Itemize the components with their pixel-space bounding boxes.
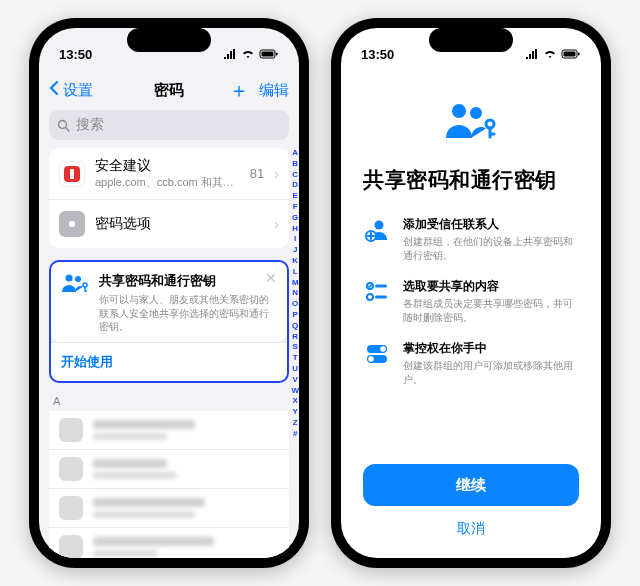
security-subtitle: apple.com、ccb.com 和其他3个 [95, 175, 240, 190]
battery-icon [259, 49, 279, 59]
feature-subtitle: 你可以与家人、朋友或其他关系密切的联系人安全地共享你选择的密码和通行密钥。 [99, 293, 277, 334]
add-person-icon [363, 216, 391, 244]
options-icon [59, 211, 85, 237]
checklist-icon [363, 278, 391, 306]
password-entry[interactable] [49, 528, 289, 559]
password-options-row[interactable]: 密码选项 › [49, 200, 289, 248]
search-icon [57, 119, 70, 132]
people-key-large-icon [444, 96, 498, 150]
bullet-sub: 创建群组，在他们的设备上共享密码和通行密钥。 [403, 235, 579, 262]
password-entry[interactable] [49, 489, 289, 528]
shared-passwords-feature: ✕ 共享密码和通行密钥 你可以与家人、朋友或其他关系密切的联系人安全地共享你选择… [49, 260, 289, 383]
wifi-icon [241, 49, 255, 59]
svg-point-20 [367, 294, 373, 300]
svg-rect-11 [564, 52, 576, 57]
signal-icon [223, 49, 237, 59]
cancel-button[interactable]: 取消 [363, 512, 579, 546]
status-time: 13:50 [361, 47, 394, 62]
svg-rect-1 [262, 52, 274, 57]
back-button[interactable]: 设置 [49, 81, 93, 100]
bullet-sub: 创建该群组的用户可添加或移除其他用户。 [403, 359, 579, 386]
options-title: 密码选项 [95, 215, 264, 233]
svg-point-9 [83, 283, 87, 287]
bullet-sub: 各群组成员决定要共享哪些密码，并可随时删除密码。 [403, 297, 579, 324]
password-entry[interactable] [49, 411, 289, 450]
bullet-control: 掌控权在你手中 创建该群组的用户可添加或移除其他用户。 [363, 340, 579, 386]
svg-point-3 [59, 120, 67, 128]
feature-title: 共享密码和通行密钥 [99, 272, 277, 290]
bullet-title: 选取要共享的内容 [403, 278, 579, 295]
sheet-title: 共享密码和通行密钥 [363, 166, 579, 194]
nav-bar: 设置 密码 ＋ 编辑 [39, 70, 299, 110]
search-input[interactable]: 搜索 [49, 110, 289, 140]
phone-left: 13:50 设置 密码 ＋ 编辑 搜索 [29, 18, 309, 568]
onboarding-sheet: 共享密码和通行密钥 添加受信任联系人 创建群组，在他们的设备上共享密码和通行密钥… [341, 70, 601, 558]
chevron-left-icon [49, 81, 59, 95]
security-app-icon [59, 161, 85, 187]
alpha-index[interactable]: ABCDEFGHIJKLMNOPQRSTUVWXYZ# [291, 148, 299, 440]
svg-point-25 [368, 356, 374, 362]
svg-point-8 [75, 276, 81, 282]
bullet-select-content: 选取要共享的内容 各群组成员决定要共享哪些密码，并可随时删除密码。 [363, 278, 579, 324]
wifi-icon [543, 49, 557, 59]
svg-point-23 [380, 346, 386, 352]
add-button[interactable]: ＋ [229, 77, 249, 104]
security-count: 81 [250, 166, 264, 181]
start-using-button[interactable]: 开始使用 [51, 342, 287, 381]
svg-rect-19 [375, 285, 387, 288]
toggles-icon [363, 340, 391, 368]
dynamic-island [127, 28, 211, 52]
dynamic-island [429, 28, 513, 52]
svg-rect-2 [276, 53, 278, 56]
close-button[interactable]: ✕ [265, 270, 277, 286]
edit-button[interactable]: 编辑 [259, 81, 289, 100]
chevron-right-icon: › [274, 166, 279, 182]
password-entry[interactable] [49, 450, 289, 489]
security-recommendations-row[interactable]: 安全建议 apple.com、ccb.com 和其他3个 81 › [49, 148, 289, 200]
bullet-add-contacts: 添加受信任联系人 创建群组，在他们的设备上共享密码和通行密钥。 [363, 216, 579, 262]
svg-point-6 [69, 221, 75, 227]
svg-point-13 [452, 104, 466, 118]
status-time: 13:50 [59, 47, 92, 62]
section-header-a: A [49, 393, 289, 411]
phone-right: 13:50 共享密码和通行密钥 添加受信任联系人 创建 [331, 18, 611, 568]
status-indicators [525, 49, 581, 59]
bullet-title: 掌控权在你手中 [403, 340, 579, 357]
page-title: 密码 [129, 81, 209, 100]
status-indicators [223, 49, 279, 59]
svg-point-7 [66, 275, 73, 282]
bullet-title: 添加受信任联系人 [403, 216, 579, 233]
continue-button[interactable]: 继续 [363, 464, 579, 506]
svg-rect-21 [375, 296, 387, 299]
security-title: 安全建议 [95, 157, 240, 175]
people-key-icon [61, 272, 89, 296]
signal-icon [525, 49, 539, 59]
svg-rect-5 [70, 169, 74, 179]
search-placeholder: 搜索 [76, 116, 104, 134]
svg-point-14 [470, 107, 482, 119]
svg-point-16 [375, 221, 384, 230]
battery-icon [561, 49, 581, 59]
chevron-right-icon: › [274, 216, 279, 232]
svg-rect-12 [578, 53, 580, 56]
